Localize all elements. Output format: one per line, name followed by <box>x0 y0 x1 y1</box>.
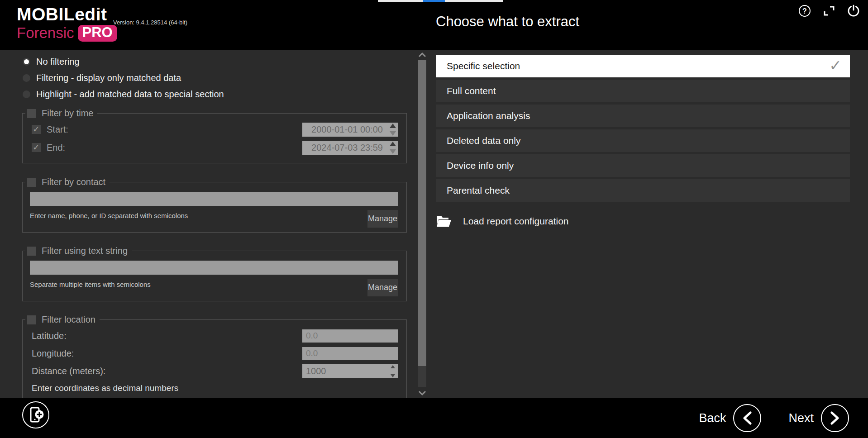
chevron-left-icon <box>741 411 753 425</box>
scrollbar-thumb[interactable] <box>418 60 426 366</box>
distance-spinner[interactable] <box>389 365 396 377</box>
version-text: Version: 9.4.1.28514 (64-bit) <box>113 19 187 26</box>
selected-check-icon: ✓ <box>829 57 842 74</box>
filter-text-string-group: Filter using text string Separate multip… <box>22 246 407 301</box>
option-application-analysis[interactable]: Application analysis <box>436 105 850 127</box>
filter-text-string-checkbox[interactable] <box>27 247 36 256</box>
open-folder-icon <box>436 215 452 228</box>
text-string-filter-hint: Separate multiple items with semicolons <box>30 279 151 288</box>
radio-no-filtering[interactable]: No filtering <box>23 53 224 70</box>
option-deleted-data-only[interactable]: Deleted data only <box>436 129 850 152</box>
option-specific-selection[interactable]: Specific selection ✓ <box>436 55 850 77</box>
radio-selected-icon <box>23 58 30 66</box>
time-start-row: Start: <box>32 122 398 137</box>
spin-down-icon[interactable] <box>391 374 395 377</box>
logo-pro-badge: PRO <box>78 25 117 42</box>
distance-field <box>302 364 398 378</box>
start-checkbox[interactable] <box>32 125 41 134</box>
content-area: No filtering Filtering - display only ma… <box>0 50 868 398</box>
back-button[interactable] <box>733 404 761 432</box>
filter-mode-radio-group: No filtering Filtering - display only ma… <box>23 53 224 102</box>
contact-manage-button[interactable]: Manage <box>367 210 398 228</box>
header: MOBILedit Forensic PRO Version: 9.4.1.28… <box>0 0 868 50</box>
longitude-input[interactable] <box>302 347 398 360</box>
filter-by-time-group: Filter by time Start: End: <box>22 108 407 163</box>
footer: Back Next <box>0 398 868 438</box>
scroll-up-icon[interactable] <box>418 51 427 58</box>
filter-by-contact-checkbox[interactable] <box>27 178 36 187</box>
svg-text:?: ? <box>802 7 807 15</box>
spin-up-icon[interactable] <box>390 124 396 128</box>
start-datetime-spinner[interactable] <box>389 124 396 136</box>
logo-title: MOBILedit <box>17 5 117 24</box>
filter-by-contact-group: Filter by contact Enter name, phone, or … <box>22 177 407 233</box>
option-device-info-only[interactable]: Device info only <box>436 154 850 177</box>
load-report-configuration-button[interactable]: Load report configuration <box>436 215 569 228</box>
spin-up-icon[interactable] <box>391 365 395 368</box>
power-icon[interactable] <box>846 4 861 18</box>
spin-up-icon[interactable] <box>390 142 396 146</box>
restore-window-icon[interactable] <box>822 4 836 18</box>
radio-unselected-icon <box>23 74 30 82</box>
scrollbar-track[interactable] <box>418 60 426 387</box>
radio-filtering-only-matched[interactable]: Filtering - display only matched data <box>23 70 224 86</box>
app-logo: MOBILedit Forensic PRO <box>17 5 117 42</box>
extract-options-list: Specific selection ✓ Full content Applic… <box>436 55 850 204</box>
spin-down-icon[interactable] <box>390 131 396 136</box>
top-progress-strip <box>378 0 503 2</box>
radio-unselected-icon <box>23 90 30 98</box>
logo-subtitle: Forensic <box>17 25 74 41</box>
add-phone-button[interactable] <box>22 401 50 429</box>
start-datetime-input[interactable] <box>302 123 385 137</box>
end-datetime-input[interactable] <box>302 141 385 155</box>
scroll-down-icon[interactable] <box>418 390 427 397</box>
contact-filter-hint: Enter name, phone, or ID separated with … <box>30 210 188 219</box>
latitude-row: Latitude: <box>32 329 398 343</box>
end-datetime-field <box>302 141 398 155</box>
next-button-label[interactable]: Next <box>788 411 814 425</box>
distance-row: Distance (meters): <box>32 364 398 378</box>
distance-input[interactable] <box>302 364 385 378</box>
radio-highlight-matched[interactable]: Highlight - add matched data to special … <box>23 86 224 102</box>
top-progress-indicator <box>423 0 445 2</box>
contact-filter-input[interactable] <box>30 192 398 206</box>
spin-down-icon[interactable] <box>390 149 396 154</box>
page-title: Choose what to extract <box>436 14 579 30</box>
help-icon[interactable]: ? <box>797 4 812 18</box>
location-hint: Enter coordinates as decimal numbers <box>32 383 398 393</box>
filter-by-time-checkbox[interactable] <box>27 109 36 118</box>
text-string-filter-input[interactable] <box>30 261 398 275</box>
back-button-label[interactable]: Back <box>699 411 726 425</box>
longitude-row: Longitude: <box>32 347 398 360</box>
option-full-content[interactable]: Full content <box>436 80 850 102</box>
next-button[interactable] <box>821 404 849 432</box>
filter-location-group: Filter location Latitude: Longitude: Dis… <box>22 314 407 398</box>
end-checkbox[interactable] <box>32 143 41 152</box>
chevron-right-icon <box>829 411 841 425</box>
left-panel-scrollbar[interactable] <box>418 51 427 397</box>
latitude-input[interactable] <box>302 329 398 343</box>
end-datetime-spinner[interactable] <box>389 142 396 154</box>
text-string-manage-button[interactable]: Manage <box>367 279 398 296</box>
time-end-row: End: <box>32 140 398 155</box>
option-parental-check[interactable]: Parental check <box>436 179 850 202</box>
start-datetime-field <box>302 123 398 137</box>
filter-location-checkbox[interactable] <box>27 315 36 324</box>
